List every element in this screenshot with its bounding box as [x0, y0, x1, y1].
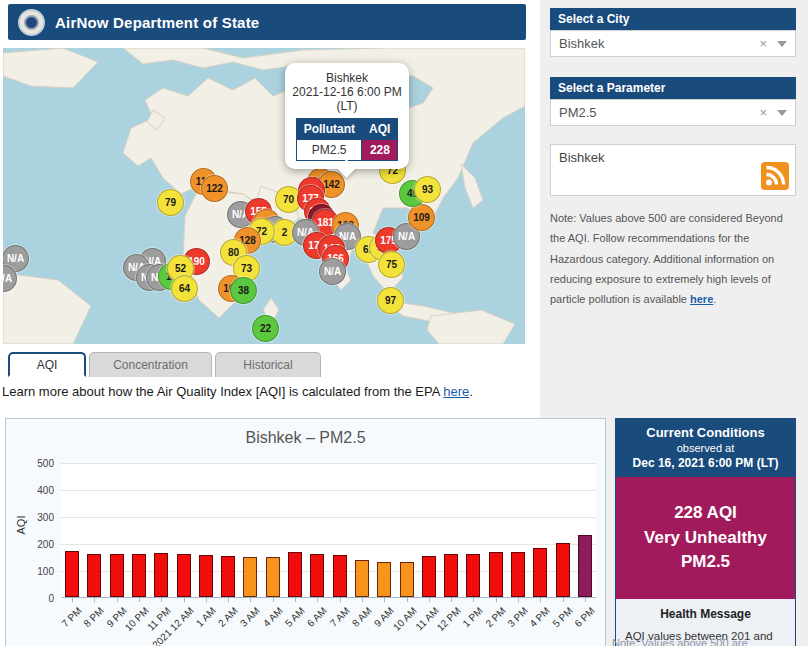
- x-tick-label: 7 AM: [328, 605, 352, 629]
- current-conditions-header: Current Conditions observed at Dec 16, 2…: [616, 419, 795, 477]
- rss-city-label: Bishkek: [559, 150, 605, 165]
- x-tick: [139, 598, 140, 602]
- aqi-chart-panel: Bishkek – PM2.5 AQI 0100200300400500 7 P…: [5, 418, 606, 646]
- x-tick-label: 4 PM: [528, 605, 552, 629]
- x-tick: [563, 598, 564, 602]
- observed-datetime: Dec 16, 2021 6:00 PM (LT): [620, 456, 791, 470]
- clear-city-icon[interactable]: ×: [759, 36, 767, 51]
- current-conditions-panel: Current Conditions observed at Dec 16, 2…: [615, 418, 796, 646]
- chart-bar: [466, 554, 480, 597]
- gridline: [61, 517, 596, 518]
- chart-bar: [533, 548, 547, 597]
- chart-bar: [444, 554, 458, 597]
- x-tick: [340, 598, 341, 602]
- x-tick: [429, 598, 430, 602]
- chart-plot-area: [61, 463, 596, 598]
- y-tick-label: 500: [24, 458, 54, 469]
- chevron-down-icon[interactable]: [777, 41, 787, 47]
- tab-concentration[interactable]: Concentration: [89, 352, 212, 377]
- aqi-marker[interactable]: 22: [252, 315, 279, 342]
- rss-icon[interactable]: [761, 162, 789, 190]
- learn-more-text: Learn more about how the Air Quality Ind…: [2, 384, 473, 399]
- aqi-marker[interactable]: 79: [157, 189, 184, 216]
- rss-feed-box: Bishkek: [550, 144, 796, 196]
- chart-title: Bishkek – PM2.5: [6, 429, 605, 447]
- aqi-marker[interactable]: 75: [378, 251, 405, 278]
- current-conditions-title: Current Conditions: [620, 425, 791, 440]
- aqi-marker[interactable]: 38: [230, 277, 257, 304]
- popup-aqi-value: 228: [362, 140, 398, 161]
- x-tick: [362, 598, 363, 602]
- x-tick-label: 8 PM: [82, 605, 106, 629]
- chart-bar: [132, 554, 146, 597]
- dos-seal-logo: [18, 9, 45, 36]
- x-tick: [117, 598, 118, 602]
- chart-bar: [422, 556, 436, 597]
- aqi-pollutant: PM2.5: [622, 550, 789, 575]
- note-here-link[interactable]: here: [690, 293, 713, 305]
- epa-here-link[interactable]: here: [443, 384, 469, 399]
- chart-bar: [556, 543, 570, 597]
- tab-historical[interactable]: Historical: [215, 352, 321, 377]
- city-select[interactable]: Bishkek ×: [550, 30, 796, 57]
- popup-col-pollutant: Pollutant: [296, 119, 362, 140]
- chart-bar: [65, 551, 79, 597]
- aqi-category-block: 228 AQI Very Unhealthy PM2.5: [616, 477, 795, 599]
- x-tick-label: 10 AM: [390, 605, 418, 633]
- x-tick-label: 1 AM: [194, 605, 218, 629]
- chart-bar: [333, 555, 347, 597]
- clipped-bottom-note: Note: Values above 500 are considered Be…: [612, 637, 804, 646]
- y-tick-label: 0: [24, 593, 54, 604]
- x-tick: [228, 598, 229, 602]
- x-tick-label: 12 PM: [435, 605, 463, 633]
- popup-datetime: 2021-12-16 6:00 PM: [291, 85, 403, 99]
- x-tick-label: 5 AM: [283, 605, 307, 629]
- parameter-select-value: PM2.5: [559, 105, 597, 120]
- chart-bar: [221, 556, 235, 597]
- x-tick-label: 3 PM: [505, 605, 529, 629]
- clear-parameter-icon[interactable]: ×: [759, 105, 767, 120]
- chart-bar: [400, 562, 414, 597]
- aqi-marker[interactable]: 64: [171, 275, 198, 302]
- x-tick: [72, 598, 73, 602]
- sidebar-note: Note: Values above 500 are considered Be…: [550, 208, 800, 310]
- app-header: AirNow Department of State: [8, 4, 526, 40]
- parameter-select[interactable]: PM2.5 ×: [550, 99, 796, 126]
- page: AirNow Department of State N/AN/A1111227…: [0, 0, 808, 646]
- gridline: [61, 490, 596, 491]
- x-tick: [540, 598, 541, 602]
- chart-bar: [243, 557, 257, 597]
- aqi-marker[interactable]: N/A: [319, 258, 346, 285]
- aqi-map[interactable]: N/AN/A11112279N/A155106N/A2721288073190N…: [3, 48, 525, 344]
- aqi-marker[interactable]: 109: [408, 204, 435, 231]
- y-tick-label: 200: [24, 539, 54, 550]
- x-tick: [295, 598, 296, 602]
- chart-bar: [177, 554, 191, 597]
- select-city-header: Select a City: [550, 8, 796, 30]
- x-tick-label: 8 AM: [350, 605, 374, 629]
- x-tick-label: 7 PM: [60, 605, 84, 629]
- chart-bar: [87, 554, 101, 597]
- aqi-marker[interactable]: 97: [377, 287, 404, 314]
- tab-aqi[interactable]: AQI: [8, 352, 86, 377]
- y-tick-label: 100: [24, 566, 54, 577]
- city-select-value: Bishkek: [559, 36, 605, 51]
- x-tick: [518, 598, 519, 602]
- chart-bar: [578, 535, 592, 597]
- x-tick: [250, 598, 251, 602]
- chart-bar: [154, 553, 168, 597]
- popup-col-aqi: AQI: [362, 119, 398, 140]
- x-tick: [161, 598, 162, 602]
- chevron-down-icon[interactable]: [777, 110, 787, 116]
- x-tick-label: 6 AM: [305, 605, 329, 629]
- chart-bar: [110, 554, 124, 597]
- aqi-marker[interactable]: 122: [201, 175, 228, 202]
- popup-city: Bishkek: [291, 71, 403, 85]
- chart-bar: [288, 552, 302, 597]
- x-tick-label: 1 PM: [461, 605, 485, 629]
- aqi-marker[interactable]: 93: [414, 176, 441, 203]
- x-tick: [206, 598, 207, 602]
- x-tick-label: 5 PM: [550, 605, 574, 629]
- x-tick-label: 3 AM: [238, 605, 262, 629]
- x-tick: [473, 598, 474, 602]
